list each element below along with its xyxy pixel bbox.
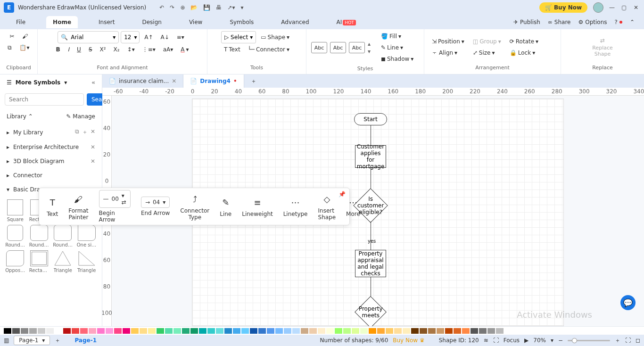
lib-add-icon[interactable]: ＋ [82, 128, 88, 136]
fc-apply[interactable]: Customer applies for mortgage [355, 145, 386, 168]
ft-begin-arrow[interactable]: — 00 ▾ ⇄Begin Arrow [96, 190, 133, 223]
pages-icon[interactable]: ▥ [4, 337, 9, 344]
status-buynow[interactable]: Buy Now ♛ [393, 337, 424, 344]
color-swatch[interactable] [301, 328, 308, 334]
color-swatch[interactable] [140, 328, 147, 334]
zoom-in-icon[interactable]: ＋ [615, 337, 620, 345]
color-swatch[interactable] [250, 328, 257, 334]
color-swatch[interactable] [46, 328, 54, 334]
fc-appraisal[interactable]: Property appraisal and legal checks [355, 250, 386, 277]
maximize-icon[interactable]: ▢ [621, 4, 628, 11]
color-swatch[interactable] [471, 328, 478, 334]
hamburger-icon[interactable]: ☰ [7, 79, 12, 86]
buy-now-button[interactable]: 🛒 Buy Now [539, 2, 587, 13]
replace-shape-icon[interactable]: ⇄ [600, 37, 605, 44]
ft-connector-type[interactable]: ⤴Connector Type [177, 192, 212, 221]
ft-end-arrow[interactable]: → 04 ▾End Arrow [138, 197, 173, 216]
close-icon[interactable]: ✕ [634, 4, 640, 11]
font-name-select[interactable]: 🔍 Arial▾ [58, 31, 119, 43]
color-swatch[interactable] [352, 328, 359, 334]
color-swatch[interactable] [377, 328, 385, 334]
lib-connector[interactable]: ▸ Connector [0, 168, 102, 182]
ft-lineweight[interactable]: ≡Lineweight [239, 196, 275, 217]
color-swatch[interactable] [131, 328, 139, 334]
color-swatch[interactable] [462, 328, 470, 334]
rotate-button[interactable]: ⟳ Rotate▾ [507, 36, 541, 47]
color-swatch[interactable] [4, 328, 11, 334]
position-button[interactable]: ⇲ Position▾ [429, 36, 467, 47]
share-button[interactable]: ∞ Share [548, 19, 571, 25]
collapse-ribbon-icon[interactable]: ⌃ [630, 19, 635, 25]
qat-more-icon[interactable]: ▾ [241, 4, 244, 11]
options-button[interactable]: ⚙ Options [578, 19, 607, 25]
grow-font-icon[interactable]: A↑ [141, 32, 156, 42]
color-swatch[interactable] [182, 328, 190, 334]
menu-symbols[interactable]: Symbols [223, 16, 260, 28]
ft-line[interactable]: ✎Line [217, 196, 234, 217]
tab-close-icon[interactable]: ✕ [172, 78, 176, 84]
color-swatch[interactable] [343, 328, 351, 334]
tab-drawing4[interactable]: 📄 Drawing4 • [183, 74, 244, 88]
new-icon[interactable]: ⊕ [180, 4, 185, 11]
shape-oneside[interactable] [78, 225, 96, 241]
replace-shape-button[interactable]: Replace Shape [592, 45, 613, 57]
cut-icon[interactable]: ✂ [7, 31, 17, 41]
connector-tool[interactable]: └─ Connector ▾ [245, 44, 292, 55]
color-swatch[interactable] [411, 328, 419, 334]
shape-rnd2[interactable] [30, 225, 48, 241]
lib-3d-block[interactable]: ▸ 3D Block Diagram✕ [0, 154, 102, 168]
help-button[interactable]: ? [615, 19, 622, 25]
color-swatch[interactable] [89, 328, 96, 334]
style-down-icon[interactable]: ▾ [368, 48, 371, 55]
chat-fab[interactable]: 💬 [620, 295, 636, 310]
fit-page-icon[interactable]: ⛶ [625, 337, 631, 344]
select-tool[interactable]: ▷ Select ▾ [221, 31, 256, 43]
color-swatch[interactable] [80, 328, 88, 334]
lib-new-icon[interactable]: ⧉ [75, 128, 79, 136]
manage-button[interactable]: ✎ Manage [66, 113, 95, 120]
color-swatch[interactable] [326, 328, 334, 334]
color-swatch[interactable] [29, 328, 37, 334]
color-swatch[interactable] [123, 328, 130, 334]
color-swatch[interactable] [437, 328, 444, 334]
shape-opposite[interactable] [6, 250, 24, 266]
color-swatch[interactable] [386, 328, 393, 334]
color-swatch[interactable] [12, 328, 20, 334]
color-swatch[interactable] [335, 328, 342, 334]
shrink-font-icon[interactable]: A↓ [157, 32, 172, 42]
color-swatch[interactable] [173, 328, 181, 334]
undo-icon[interactable]: ↶ [159, 4, 164, 11]
spacing-icon[interactable]: ↕▾ [124, 44, 138, 55]
fc-start[interactable]: Start [354, 113, 387, 125]
color-swatch[interactable] [420, 328, 427, 334]
ft-text[interactable]: TText [44, 196, 61, 217]
lock-button[interactable]: 🔒 Lock▾ [507, 48, 541, 58]
color-swatch[interactable] [360, 328, 368, 334]
copy-icon[interactable]: ⧉ [5, 42, 15, 53]
lib-my-library[interactable]: ▸ My Library⧉＋✕ [0, 124, 102, 140]
color-swatch[interactable] [403, 328, 410, 334]
minimize-icon[interactable]: — [609, 4, 616, 11]
export-icon[interactable]: ↗▾ [227, 4, 235, 11]
presentation-icon[interactable]: ▶ [524, 337, 528, 344]
lib-close-icon[interactable]: ✕ [91, 128, 95, 136]
add-page-icon[interactable]: ＋ [55, 337, 60, 345]
ft-more[interactable]: ⋯More [343, 196, 363, 217]
redo-icon[interactable]: ↷ [170, 4, 174, 11]
color-swatch[interactable] [258, 328, 266, 334]
color-swatch[interactable] [445, 328, 453, 334]
strike-icon[interactable]: S [86, 44, 95, 55]
format-painter-icon[interactable]: 🖌 [19, 31, 31, 41]
color-swatch[interactable] [106, 328, 113, 334]
collapse-sidebar-icon[interactable]: « [91, 79, 95, 86]
color-swatch[interactable] [292, 328, 300, 334]
color-swatch[interactable] [479, 328, 487, 334]
layers-icon[interactable]: ≋ [484, 337, 488, 344]
group-button[interactable]: ◫ Group▾ [470, 36, 504, 47]
color-swatch[interactable] [309, 328, 317, 334]
shape-tri1[interactable] [54, 250, 72, 266]
font-size-select[interactable]: 12 ▾ [121, 31, 140, 43]
color-swatch[interactable] [63, 328, 71, 334]
font-color-icon[interactable]: A▾ [178, 44, 191, 55]
color-swatch[interactable] [454, 328, 461, 334]
